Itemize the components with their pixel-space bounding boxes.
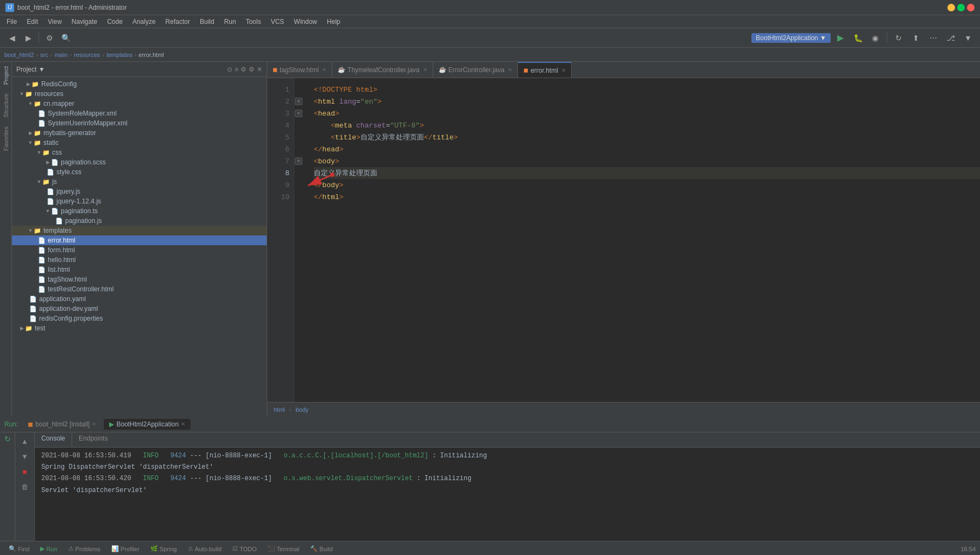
tab-close-thymeleaf[interactable]: ✕ [423,67,427,73]
fold-btn-head[interactable]: ▼ [295,110,302,117]
menu-tools[interactable]: Tools [242,17,265,27]
action-run[interactable]: ▶ Run [36,544,61,553]
tree-item-hello-html[interactable]: 📄 hello.html [12,255,267,265]
breadcrumb-src[interactable]: src [40,52,48,58]
fold-btn-body[interactable]: ▼ [295,157,302,165]
toolbar-settings-button[interactable]: ⚙ [42,30,57,46]
toolbar-refresh-button[interactable]: ↻ [891,30,906,46]
toolbar-coverage-button[interactable]: ◉ [868,30,883,46]
run-tab-app[interactable]: ▶ BootHtml2Application ✕ [104,419,191,430]
favorites-tab-icon[interactable]: Favorites [3,126,9,151]
action-problems[interactable]: ⚠ Problems [64,544,105,553]
toolbar-forward-button[interactable]: ▶ [21,30,36,46]
tab-errorhtml[interactable]: ◼ error.html ✕ [518,62,572,78]
toolbar-extra-button[interactable]: ▼ [960,30,976,46]
tree-item-tagshow-html[interactable]: 📄 tagShow.html [12,275,267,284]
tree-item-resources[interactable]: ▼ 📁 resources [12,89,267,99]
action-find[interactable]: 🔍 Find [4,544,34,553]
toolbar-debug-button[interactable]: 🐛 [850,30,865,46]
action-todo[interactable]: ☑ TODO [228,544,261,553]
structure-tab-icon[interactable]: Structure [3,93,9,118]
status-path-body[interactable]: body [295,406,308,413]
tab-tagshow[interactable]: ◼ tagShow.html ✕ [267,62,332,78]
tree-item-css[interactable]: ▼ 📁 css [12,148,267,157]
sidebar-locate-icon[interactable]: ⊙ [227,66,232,73]
toolbar-more-button[interactable]: ⋯ [926,30,941,46]
tree-item-jquery[interactable]: 📄 jquery.js [12,187,267,196]
sidebar-gear-icon[interactable]: ⚙ [249,66,255,73]
tab-close-tagshow[interactable]: ✕ [322,67,326,73]
breadcrumb-project[interactable]: boot_html2 [4,52,34,58]
menu-vcs[interactable]: VCS [267,17,289,27]
tree-item-test[interactable]: ▶ 📁 test [12,323,267,333]
run-config-selector[interactable]: BootHtml2Application ▼ [751,33,831,43]
console-clear[interactable]: 🗑 [18,480,31,493]
close-button[interactable] [967,4,975,11]
action-terminal[interactable]: ⬛ Terminal [263,544,304,553]
tree-item-application-dev-yaml[interactable]: 📄 application-dev.yaml [12,304,267,314]
tree-item-application-yaml[interactable]: 📄 application.yaml [12,294,267,304]
tree-item-style-css[interactable]: 📄 style.css [12,167,267,177]
status-path-html[interactable]: html [274,406,285,413]
run-tab-app-close[interactable]: ✕ [181,421,185,427]
tree-item-templates[interactable]: ▼ 📁 templates [12,226,267,235]
tab-close-errorhtml[interactable]: ✕ [561,67,566,73]
tree-item-redisconfig-props[interactable]: 📄 redisConfig.properties [12,314,267,323]
breadcrumb-resources[interactable]: resources [74,52,100,58]
toolbar-search-button[interactable]: 🔍 [58,30,73,46]
minimize-button[interactable] [947,4,955,11]
tree-item-systemrolemapper[interactable]: 📄 SystemRoleMapper.xml [12,109,267,118]
project-tab-icon[interactable]: Project [3,66,9,85]
tree-item-pagination-ts[interactable]: ▼ 📄 pagination.ts [12,206,267,216]
tree-item-static[interactable]: ▼ 📁 static [12,138,267,148]
action-profiler[interactable]: 📊 Profiler [107,544,144,553]
run-tab-maven[interactable]: ◼ boot_html2 [install] ✕ [22,419,102,430]
tree-item-pagination-scss[interactable]: ▶ 📄 pagination.scss [12,157,267,167]
menu-edit[interactable]: Edit [22,17,42,27]
breadcrumb-main[interactable]: main [54,52,67,58]
sidebar-settings-icon[interactable]: ⚙ [241,66,246,73]
tab-errorcontroller[interactable]: ☕ ErrorController.java ✕ [433,62,518,78]
action-spring[interactable]: 🌿 Spring [146,544,181,553]
tree-item-js[interactable]: ▼ 📁 js [12,177,267,187]
breadcrumb-templates[interactable]: templates [106,52,132,58]
console-stop[interactable]: ■ [18,465,31,478]
console-icon-restart[interactable]: ↻ [4,435,11,443]
menu-view[interactable]: View [43,17,66,27]
console-tab-endpoints[interactable]: Endpoints [72,432,114,447]
tab-thymeleaf[interactable]: ☕ ThymeleafController.java ✕ [332,62,433,78]
menu-help[interactable]: Help [323,17,345,27]
tree-item-jquery-1124[interactable]: 📄 jquery-1.12.4.js [12,196,267,206]
tree-item-cnmapper[interactable]: ▼ 📁 cn.mapper [12,99,267,109]
maximize-button[interactable] [957,4,965,11]
run-tab-maven-close[interactable]: ✕ [92,421,96,427]
code-content[interactable]: <!DOCTYPE html> <html lang="en"> <head> … [305,78,980,402]
tree-item-systemuserinfomapper[interactable]: 📄 SystemUserinfoMapper.xml [12,118,267,128]
menu-run[interactable]: Run [220,17,241,27]
menu-window[interactable]: Window [289,17,321,27]
toolbar-back-button[interactable]: ◀ [4,30,20,46]
window-controls[interactable] [947,4,975,11]
tree-item-mybatis[interactable]: ▶ 📁 mybatis-generator [12,128,267,138]
tree-item-testrest-html[interactable]: 📄 testRestController.html [12,284,267,294]
tree-item-redisconfig[interactable]: ▶ 📁 RedisConfig [12,79,267,89]
menu-build[interactable]: Build [195,17,219,27]
tab-close-errorcontroller[interactable]: ✕ [508,67,512,73]
menu-analyze[interactable]: Analyze [128,17,160,27]
sidebar-collapse-icon[interactable]: ≡ [235,66,238,73]
action-autobuild[interactable]: ⚠ Auto-build [184,544,226,553]
sidebar-close-icon[interactable]: ✕ [257,66,262,73]
tree-item-pagination-js[interactable]: 📄 pagination.js [12,216,267,226]
toolbar-update-button[interactable]: ⬆ [908,30,924,46]
console-tab-console[interactable]: Console [35,432,72,447]
tree-item-list-html[interactable]: 📄 list.html [12,265,267,275]
menu-refactor[interactable]: Refactor [161,17,194,27]
toolbar-git-button[interactable]: ⎇ [943,30,958,46]
tree-item-form-html[interactable]: 📄 form.html [12,245,267,255]
fold-btn-html[interactable]: ▼ [295,98,302,105]
console-scroll-down[interactable]: ▼ [18,450,31,463]
action-build[interactable]: 🔨 Build [306,544,337,553]
menu-code[interactable]: Code [103,17,127,27]
toolbar-run-button[interactable]: ▶ [833,30,848,46]
menu-file[interactable]: File [2,17,21,27]
